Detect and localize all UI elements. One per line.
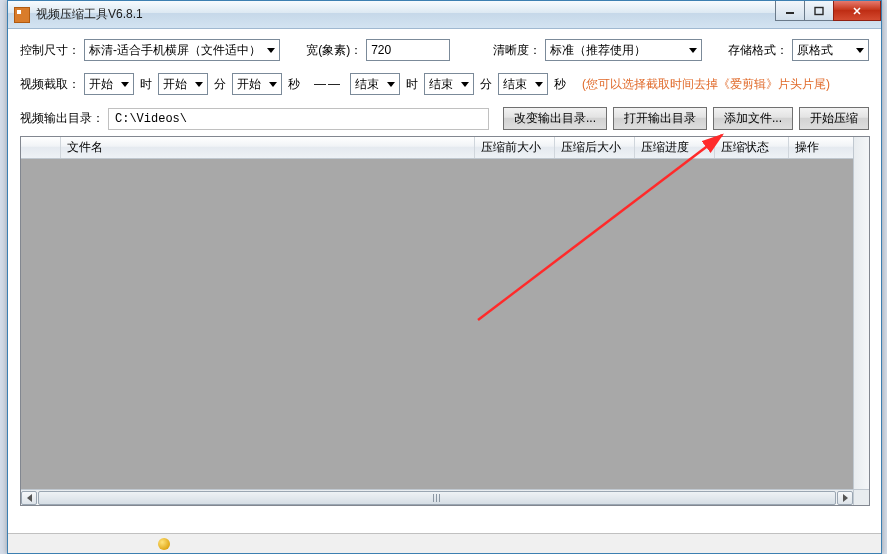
- svg-rect-0: [815, 7, 823, 14]
- start-compress-button[interactable]: 开始压缩: [799, 107, 869, 130]
- status-bar: [8, 533, 881, 553]
- col-after[interactable]: 压缩后大小: [555, 137, 635, 158]
- vertical-scrollbar[interactable]: [853, 137, 869, 489]
- col-blank[interactable]: [21, 137, 61, 158]
- table-header: 文件名 压缩前大小 压缩后大小 压缩进度 压缩状态 操作: [21, 137, 853, 159]
- maximize-button[interactable]: [804, 1, 834, 21]
- width-label: 宽(象素)：: [306, 42, 362, 59]
- dash-separator: ——: [314, 77, 342, 91]
- file-table: 文件名 压缩前大小 压缩后大小 压缩进度 压缩状态 操作: [20, 136, 870, 506]
- unit-hour: 时: [140, 76, 152, 93]
- close-button[interactable]: [833, 1, 881, 21]
- unit-min: 分: [214, 76, 226, 93]
- window-title: 视频压缩工具V6.8.1: [36, 6, 143, 23]
- chevron-down-icon: [387, 82, 395, 87]
- col-progress[interactable]: 压缩进度: [635, 137, 715, 158]
- col-filename[interactable]: 文件名: [61, 137, 475, 158]
- grip-icon: [433, 494, 441, 502]
- storage-label: 存储格式：: [728, 42, 788, 59]
- crop-label: 视频截取：: [20, 76, 80, 93]
- output-dir-input[interactable]: C:\Videos\: [108, 108, 489, 130]
- chevron-down-icon: [461, 82, 469, 87]
- width-input[interactable]: [366, 39, 450, 61]
- unit-hour2: 时: [406, 76, 418, 93]
- status-icon: [158, 538, 170, 550]
- row-crop: 视频截取： 开始 时 开始 分 开始 秒 —— 结束 时 结束 分 结束 秒 (…: [20, 73, 869, 95]
- start-min-select[interactable]: 开始: [158, 73, 208, 95]
- chevron-down-icon: [535, 82, 543, 87]
- open-dir-button[interactable]: 打开输出目录: [613, 107, 707, 130]
- scrollbar-thumb[interactable]: [38, 491, 836, 505]
- chevron-down-icon: [269, 82, 277, 87]
- end-hour-select[interactable]: 结束: [350, 73, 400, 95]
- col-status[interactable]: 压缩状态: [715, 137, 789, 158]
- chevron-down-icon: [856, 48, 864, 53]
- start-sec-select[interactable]: 开始: [232, 73, 282, 95]
- size-select[interactable]: 标清-适合手机横屏（文件适中）: [84, 39, 280, 61]
- scroll-left-button[interactable]: [21, 491, 37, 505]
- outdir-label: 视频输出目录：: [20, 110, 104, 127]
- app-icon: [14, 7, 30, 23]
- unit-sec2: 秒: [554, 76, 566, 93]
- col-before[interactable]: 压缩前大小: [475, 137, 555, 158]
- horizontal-scrollbar[interactable]: [21, 489, 853, 505]
- chevron-down-icon: [267, 48, 275, 53]
- row-output: 视频输出目录： C:\Videos\ 改变输出目录... 打开输出目录 添加文件…: [20, 107, 869, 130]
- col-action[interactable]: 操作: [789, 137, 853, 158]
- scrollbar-track[interactable]: [38, 491, 836, 505]
- minimize-button[interactable]: [775, 1, 805, 21]
- chevron-down-icon: [195, 82, 203, 87]
- scroll-corner: [853, 489, 869, 505]
- content-area: 控制尺寸： 标清-适合手机横屏（文件适中） 宽(象素)： 清晰度： 标准（推荐使…: [8, 29, 881, 512]
- change-dir-button[interactable]: 改变输出目录...: [503, 107, 607, 130]
- end-min-select[interactable]: 结束: [424, 73, 474, 95]
- unit-sec: 秒: [288, 76, 300, 93]
- triangle-left-icon: [27, 494, 32, 502]
- triangle-right-icon: [843, 494, 848, 502]
- unit-min2: 分: [480, 76, 492, 93]
- storage-select[interactable]: 原格式: [792, 39, 869, 61]
- scroll-right-button[interactable]: [837, 491, 853, 505]
- chevron-down-icon: [689, 48, 697, 53]
- row-size: 控制尺寸： 标清-适合手机横屏（文件适中） 宽(象素)： 清晰度： 标准（推荐使…: [20, 39, 869, 61]
- crop-hint: (您可以选择截取时间去掉《爱剪辑》片头片尾): [582, 76, 830, 93]
- add-file-button[interactable]: 添加文件...: [713, 107, 793, 130]
- chevron-down-icon: [121, 82, 129, 87]
- clarity-label: 清晰度：: [493, 42, 541, 59]
- titlebar[interactable]: 视频压缩工具V6.8.1: [8, 1, 881, 29]
- app-window: 视频压缩工具V6.8.1 控制尺寸： 标清-适合手机横屏（文件适中） 宽(象素)…: [7, 0, 882, 554]
- end-sec-select[interactable]: 结束: [498, 73, 548, 95]
- size-label: 控制尺寸：: [20, 42, 80, 59]
- start-hour-select[interactable]: 开始: [84, 73, 134, 95]
- clarity-select[interactable]: 标准（推荐使用）: [545, 39, 702, 61]
